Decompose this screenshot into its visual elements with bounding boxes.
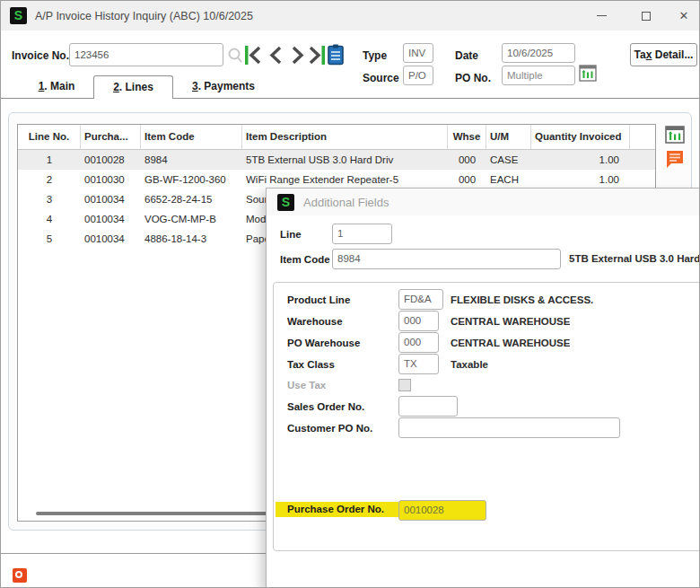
source-value-field: P/O: [403, 66, 433, 85]
line-input[interactable]: 1: [332, 224, 392, 244]
window-title: A/P Invoice History Inquiry (ABC) 10/6/2…: [35, 10, 253, 22]
col-header-whse[interactable]: Whse: [448, 125, 486, 149]
minimize-icon: [597, 15, 607, 17]
po-no-label: PO No.: [455, 72, 491, 84]
invoice-no-label: Invoice No.: [12, 49, 69, 62]
titlebar: S A/P Invoice History Inquiry (ABC) 10/6…: [1, 1, 699, 31]
item-code-input[interactable]: 8984: [332, 249, 561, 269]
tax-class-input[interactable]: TX: [398, 354, 439, 374]
tax-class-description: Taxable: [451, 359, 488, 370]
customer-po-label: Customer PO No.: [287, 423, 372, 434]
maximize-button[interactable]: [631, 1, 661, 31]
customer-po-input[interactable]: [398, 417, 620, 438]
product-line-description: FLEXIBLE DISKS & ACCESS.: [451, 294, 593, 305]
sales-order-input[interactable]: [398, 396, 458, 417]
tax-class-label: Tax Class: [287, 359, 335, 370]
sage-logo-icon: S: [10, 7, 27, 24]
col-header-um[interactable]: U/M: [486, 125, 531, 149]
purchase-order-label: Purchase Order No.: [287, 504, 384, 514]
col-header-item-description[interactable]: Item Description: [242, 125, 448, 149]
product-line-label: Product Line: [287, 294, 350, 305]
warehouse-input[interactable]: 000: [398, 311, 439, 331]
sage-logo-icon: S: [277, 194, 294, 211]
tax-detail-button[interactable]: Tax Detail...: [630, 43, 697, 66]
po-warehouse-input[interactable]: 000: [398, 332, 439, 353]
col-header-blank: [630, 125, 653, 149]
use-tax-label: Use Tax: [287, 380, 326, 391]
tab-lines[interactable]: 2. Lines: [93, 75, 173, 99]
type-value-field: INV: [403, 43, 433, 63]
minimize-button[interactable]: [586, 1, 617, 31]
po-warehouse-label: PO Warehouse: [287, 338, 360, 348]
po-no-value-field: Multiple: [502, 66, 575, 85]
col-header-item-code[interactable]: Item Code: [141, 125, 242, 149]
launcher-icon[interactable]: [13, 568, 27, 583]
po-drilldown-icon[interactable]: [579, 65, 597, 82]
col-header-quantity-invoiced[interactable]: Quantity Invoiced: [531, 125, 630, 149]
dialog-title: Additional Fields: [303, 196, 389, 209]
date-value-field: 10/6/2025: [502, 43, 575, 63]
comment-memo-icon[interactable]: [665, 149, 685, 170]
invoice-no-input[interactable]: 123456: [69, 43, 223, 66]
warehouse-label: Warehouse: [287, 316, 343, 327]
product-line-input[interactable]: FD&A: [398, 289, 443, 310]
previous-record-button[interactable]: [267, 45, 286, 66]
lookup-magnifier-icon[interactable]: [227, 47, 243, 64]
warehouse-description: CENTRAL WAREHOUSE: [451, 316, 570, 327]
maximize-icon: [642, 12, 651, 21]
sales-order-label: Sales Order No.: [287, 401, 364, 412]
item-inquiry-icon[interactable]: [665, 126, 685, 144]
dialog-titlebar[interactable]: S Additional Fields: [267, 189, 700, 215]
type-label: Type: [363, 49, 387, 62]
use-tax-checkbox: [398, 379, 411, 391]
grid-header-row: Line No. Purcha... Item Code Item Descri…: [18, 125, 655, 150]
col-header-purchase[interactable]: Purcha...: [81, 125, 141, 149]
date-label: Date: [455, 49, 478, 62]
line-label: Line: [280, 229, 302, 240]
purchase-order-input[interactable]: 0010028: [398, 500, 486, 521]
close-icon: ✕: [679, 9, 689, 22]
table-row[interactable]: 1 0010028 8984 5TB External USB 3.0 Hard…: [18, 150, 655, 170]
next-record-button[interactable]: [287, 45, 307, 66]
col-header-line-no[interactable]: Line No.: [18, 125, 81, 149]
additional-fields-dialog: S Additional Fields Line 1 Item Code 898…: [266, 188, 700, 588]
first-record-button[interactable]: [244, 45, 264, 66]
table-row[interactable]: 2 0010030 GB-WF-1200-360 WiFi Range Exte…: [18, 170, 655, 189]
po-warehouse-description: CENTRAL WAREHOUSE: [451, 338, 570, 348]
last-record-button[interactable]: [306, 45, 326, 66]
source-label: Source: [363, 72, 399, 84]
app-window: S A/P Invoice History Inquiry (ABC) 10/6…: [0, 0, 700, 588]
tab-payments[interactable]: 3. Payments: [179, 80, 268, 92]
launcher-ring: [15, 571, 22, 578]
close-button[interactable]: ✕: [669, 1, 699, 31]
item-code-description: 5TB External USB 3.0 Hard Dr: [569, 253, 700, 264]
memo-clipboard-icon[interactable]: [328, 44, 344, 66]
item-code-label: Item Code: [280, 254, 330, 265]
tab-main[interactable]: 1. Main: [21, 80, 92, 92]
